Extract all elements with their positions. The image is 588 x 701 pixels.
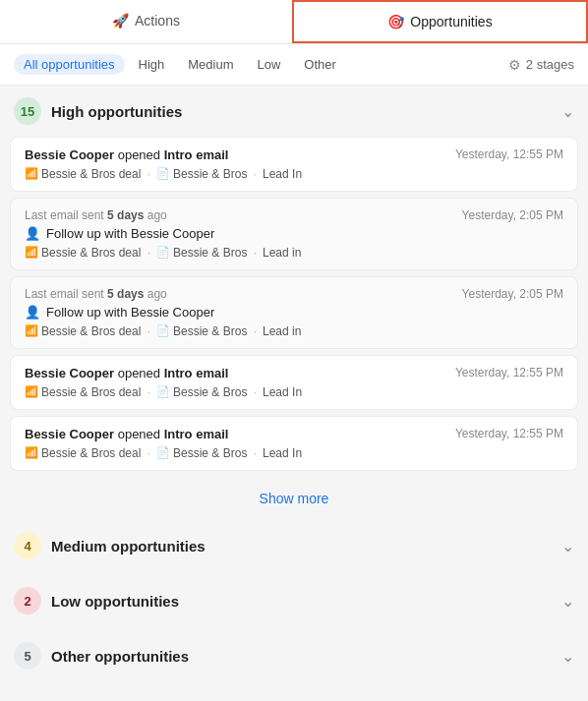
card-top-4: Bessie Cooper opened Intro email Yesterd… [25, 366, 563, 380]
person-icon-3: 👤 [25, 305, 40, 320]
medium-section-header[interactable]: 4 Medium opportunities ⌄ [0, 520, 588, 571]
meta-deal-4: 📶 Bessie & Bros deal [25, 385, 141, 399]
signal-icon-2: 📶 [25, 246, 38, 259]
meta-company-2: 📄 Bessie & Bros [156, 246, 247, 260]
doc-icon-5: 📄 [156, 446, 170, 459]
card-top-1: Bessie Cooper opened Intro email Yesterd… [25, 147, 563, 162]
meta-deal-2: 📶 Bessie & Bros deal [25, 246, 141, 260]
dot-1: · [147, 166, 150, 181]
high-section-title: High opportunities [51, 103, 561, 120]
high-cards-container: Bessie Cooper opened Intro email Yesterd… [0, 137, 588, 481]
doc-icon-3: 📄 [156, 324, 170, 337]
filter-medium[interactable]: Medium [178, 54, 243, 75]
card-top-5: Bessie Cooper opened Intro email Yesterd… [25, 427, 563, 441]
low-chevron-icon: ⌄ [561, 592, 574, 611]
medium-chevron-icon: ⌄ [561, 537, 574, 555]
card-meta-3: 📶 Bessie & Bros deal · 📄 Bessie & Bros ·… [25, 323, 563, 338]
low-section-header[interactable]: 2 Low opportunities ⌄ [0, 575, 588, 626]
meta-company-5: 📄 Bessie & Bros [156, 446, 247, 460]
signal-icon-4: 📶 [25, 385, 38, 398]
meta-stage-3: Lead in [263, 324, 301, 338]
card-title-4: Bessie Cooper opened Intro email [25, 366, 445, 380]
low-section: 2 Low opportunities ⌄ [0, 575, 588, 626]
show-more-button[interactable]: Show more [260, 491, 329, 506]
card-meta-4: 📶 Bessie & Bros deal · 📄 Bessie & Bros ·… [25, 384, 563, 399]
card-meta-1: 📶 Bessie & Bros deal · 📄 Bessie & Bros ·… [25, 166, 563, 181]
doc-icon-2: 📄 [156, 246, 170, 259]
other-section-title: Other opportunities [51, 648, 561, 665]
meta-stage-4: Lead In [263, 385, 302, 399]
meta-deal-5: 📶 Bessie & Bros deal [25, 446, 141, 460]
table-row[interactable]: Bessie Cooper opened Intro email Yesterd… [10, 355, 578, 410]
card-title-1: Bessie Cooper opened Intro email [25, 147, 445, 162]
filter-low[interactable]: Low [248, 54, 291, 75]
last-email-label-3: Last email sent 5 days ago [25, 287, 167, 301]
doc-icon-4: 📄 [156, 385, 170, 398]
person-icon-2: 👤 [25, 226, 40, 241]
medium-badge: 4 [14, 532, 41, 559]
meta-deal-3: 📶 Bessie & Bros deal [25, 324, 141, 338]
card-action-1: opened [118, 147, 164, 162]
card-title-5: Bessie Cooper opened Intro email [25, 427, 445, 441]
high-badge: 15 [14, 97, 41, 125]
card-last-email-3: Last email sent 5 days ago Yesterday, 2:… [25, 287, 563, 301]
show-more-container: Show more [0, 481, 588, 520]
tab-opportunities[interactable]: 🎯 Opportunities [292, 0, 588, 43]
tab-actions[interactable]: 🚀 Actions [0, 0, 292, 43]
doc-icon-1: 📄 [156, 167, 170, 180]
medium-section-title: Medium opportunities [51, 538, 561, 555]
low-badge: 2 [14, 587, 41, 614]
other-section-header[interactable]: 5 Other opportunities ⌄ [0, 630, 588, 681]
stages-label: 2 stages [526, 57, 574, 72]
filter-all[interactable]: All opportunities [14, 54, 125, 75]
other-chevron-icon: ⌄ [561, 647, 574, 666]
actions-icon: 🚀 [112, 13, 129, 29]
meta-deal-1: 📶 Bessie & Bros deal [25, 167, 141, 181]
other-badge: 5 [14, 642, 41, 670]
signal-icon: 📶 [25, 167, 38, 180]
filter-other[interactable]: Other [294, 54, 346, 75]
card-time-5: Yesterday, 12:55 PM [455, 427, 563, 440]
card-time-4: Yesterday, 12:55 PM [455, 366, 563, 380]
high-section-header[interactable]: 15 High opportunities ⌄ [0, 86, 588, 137]
card-time-2: Yesterday, 2:05 PM [462, 208, 563, 222]
card-time-1: Yesterday, 12:55 PM [455, 147, 563, 161]
signal-icon-3: 📶 [25, 324, 38, 337]
high-chevron-icon: ⌄ [561, 102, 574, 121]
meta-stage-2: Lead in [263, 246, 301, 260]
meta-company-1: 📄 Bessie & Bros [156, 167, 247, 181]
stages-button[interactable]: ⚙ 2 stages [508, 57, 574, 73]
low-section-title: Low opportunities [51, 593, 561, 610]
table-row[interactable]: Last email sent 5 days ago Yesterday, 2:… [10, 198, 578, 270]
card-time-3: Yesterday, 2:05 PM [462, 287, 563, 301]
medium-section: 4 Medium opportunities ⌄ [0, 520, 588, 571]
meta-company-4: 📄 Bessie & Bros [156, 385, 247, 399]
card-meta-2: 📶 Bessie & Bros deal · 📄 Bessie & Bros ·… [25, 245, 563, 260]
signal-icon-5: 📶 [25, 446, 38, 459]
top-tabs: 🚀 Actions 🎯 Opportunities [0, 0, 588, 44]
tab-opportunities-label: Opportunities [410, 14, 492, 29]
meta-company-3: 📄 Bessie & Bros [156, 324, 247, 338]
stages-icon: ⚙ [508, 57, 521, 73]
table-row[interactable]: Bessie Cooper opened Intro email Yesterd… [10, 137, 578, 192]
table-row[interactable]: Last email sent 5 days ago Yesterday, 2:… [10, 276, 578, 349]
meta-stage-5: Lead In [263, 446, 302, 460]
card-last-email-2: Last email sent 5 days ago Yesterday, 2:… [25, 208, 563, 222]
dot-2: · [253, 166, 257, 181]
other-section: 5 Other opportunities ⌄ [0, 630, 588, 681]
card-meta-5: 📶 Bessie & Bros deal · 📄 Bessie & Bros ·… [25, 445, 563, 460]
last-email-label-2: Last email sent 5 days ago [25, 208, 167, 222]
filter-bar: All opportunities High Medium Low Other … [0, 44, 588, 86]
tab-actions-label: Actions [135, 13, 180, 29]
followup-title-3: 👤 Follow up with Bessie Cooper [25, 305, 563, 320]
meta-stage-1: Lead In [263, 167, 302, 181]
followup-title-2: 👤 Follow up with Bessie Cooper [25, 226, 563, 241]
filter-high[interactable]: High [129, 54, 175, 75]
table-row[interactable]: Bessie Cooper opened Intro email Yesterd… [10, 416, 578, 471]
opportunities-icon: 🎯 [387, 14, 404, 29]
